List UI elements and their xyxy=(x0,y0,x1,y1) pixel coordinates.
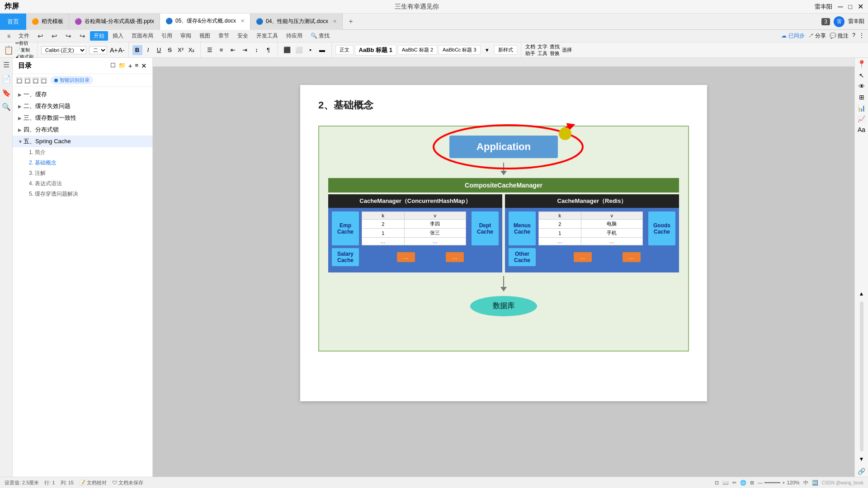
size-increase-btn[interactable]: A+ xyxy=(110,47,118,54)
menu-search[interactable]: 🔍 查找 xyxy=(307,31,333,41)
bold-button[interactable]: B xyxy=(132,45,142,55)
menu-undo2[interactable]: ↩ xyxy=(48,31,61,41)
tab-docx-active[interactable]: 🔵 05、缓存&分布式概.docx ✕ xyxy=(160,14,250,30)
menu-review[interactable]: 审阅 xyxy=(177,31,195,41)
menu-dev[interactable]: 开发工具 xyxy=(253,31,282,41)
tab-perf[interactable]: 🔵 04、性能与压力测试.docx ✕ xyxy=(250,14,343,30)
align-justify-btn[interactable]: ▬ xyxy=(317,45,328,56)
toc-sub-intro[interactable]: 1. 简介 xyxy=(13,147,152,158)
help-btn[interactable]: ? xyxy=(852,32,855,40)
zoom-slider[interactable]: ━━━━━ xyxy=(764,480,780,486)
toc-item-cache[interactable]: ▶ 一、缓存 xyxy=(13,89,152,100)
toc-sub-annotation[interactable]: 3. 注解 xyxy=(13,168,152,178)
font-name-select[interactable]: Calibri (正文) xyxy=(41,46,86,54)
zoom-in-btn[interactable]: + xyxy=(782,480,785,485)
cut-btn[interactable]: ✂剪切 xyxy=(15,40,33,47)
paragraph-mark-btn[interactable]: ¶ xyxy=(263,45,274,56)
right-eye-icon[interactable]: 👁 xyxy=(859,83,865,90)
align-right-btn[interactable]: ▪ xyxy=(305,45,316,56)
toc-sub-penetration[interactable]: 5. 缓存穿透问题解决 xyxy=(13,189,152,199)
indent-increase-btn[interactable]: ⇥ xyxy=(240,45,250,56)
copy-btn[interactable]: 📄复制 xyxy=(15,47,33,53)
tab-home[interactable]: 首页 xyxy=(0,14,26,30)
menu-insert[interactable]: 插入 xyxy=(109,31,127,41)
sort-btn[interactable]: ↕ xyxy=(251,45,262,56)
menu-view[interactable]: 视图 xyxy=(196,31,214,41)
styles-more-btn[interactable]: ▾ xyxy=(482,45,493,56)
right-table-icon[interactable]: 📊 xyxy=(858,104,865,112)
find-replace-btn[interactable]: 查找替换 xyxy=(549,45,560,56)
toc-check1[interactable]: ☐ xyxy=(16,77,23,84)
style-h1[interactable]: AaBb 标题 1 xyxy=(355,45,396,56)
scrollbar-track[interactable] xyxy=(860,301,863,451)
right-chart-icon[interactable]: 📈 xyxy=(858,115,865,122)
zoom-out-btn[interactable]: — xyxy=(758,480,763,485)
list-bullet-btn[interactable]: ☰ xyxy=(204,45,215,56)
italic-button[interactable]: I xyxy=(143,45,153,55)
align-left-btn[interactable]: ⬛ xyxy=(282,45,292,56)
tab-docx-close[interactable]: ✕ xyxy=(241,18,245,24)
subscript-button[interactable]: X₂ xyxy=(187,45,197,55)
menu-start[interactable]: 开始 xyxy=(90,31,108,41)
select-btn[interactable]: 选择 xyxy=(561,45,572,56)
toc-check3[interactable]: ☐ xyxy=(33,77,39,84)
window-maximize[interactable]: □ xyxy=(849,3,852,10)
tab-template[interactable]: 🟠 稻壳模板 xyxy=(26,14,69,30)
tab-add-button[interactable]: ＋ xyxy=(343,17,359,26)
scroll-up-btn[interactable]: ▲ xyxy=(859,291,864,297)
menu-file[interactable]: 文件 xyxy=(15,31,33,41)
menu-ref[interactable]: 引用 xyxy=(158,31,176,41)
view-web-btn[interactable]: 🌐 xyxy=(740,480,746,486)
style-normal[interactable]: 正文 xyxy=(335,45,354,55)
view-outline-btn[interactable]: ⊞ xyxy=(750,480,754,486)
sidebar-close-btn[interactable]: ✕ xyxy=(141,62,147,70)
sync-btn[interactable]: ☁ 已同步 xyxy=(781,32,804,40)
new-style-btn[interactable]: 新样式 xyxy=(494,45,517,55)
tab-pptx[interactable]: 🟣 谷粒商城-分布式高级-图.pptx xyxy=(69,14,160,30)
window-minimize[interactable]: ─ xyxy=(838,3,843,11)
font-size-select[interactable]: 二号 xyxy=(89,46,107,54)
toc-item-invalid[interactable]: ▶ 二、缓存失效问题 xyxy=(13,100,152,112)
underline-button[interactable]: U xyxy=(154,45,164,55)
paste-btn[interactable]: 📋 xyxy=(4,45,14,55)
more-btn[interactable]: ⋮ xyxy=(859,32,864,40)
share-btn[interactable]: ↗ 分享 xyxy=(808,32,826,40)
text-assistant-btn[interactable]: 文档助手 xyxy=(525,45,536,56)
strikethrough-button[interactable]: S xyxy=(165,45,175,55)
menu-redo2[interactable]: ↪ xyxy=(76,31,89,41)
toc-sub-expression[interactable]: 4. 表达式语法 xyxy=(13,178,152,189)
menu-redo1[interactable]: ↪ xyxy=(62,31,75,41)
style-h2[interactable]: AaBbC 标题 2 xyxy=(398,45,437,55)
toc-check4[interactable]: ☐ xyxy=(41,77,47,84)
align-center-btn[interactable]: ⬜ xyxy=(293,45,304,56)
right-format-icon[interactable]: Aa xyxy=(858,126,865,133)
right-pin-icon[interactable]: 📍 xyxy=(857,60,866,68)
nav-pages-icon[interactable]: 📄 xyxy=(2,75,11,83)
menu-hamburger[interactable]: ≡ xyxy=(4,32,14,40)
toc-sub-basic[interactable]: 2. 基础概念 xyxy=(13,158,152,168)
right-grid-icon[interactable]: ⊞ xyxy=(859,94,864,101)
menu-chapter[interactable]: 章节 xyxy=(215,31,233,41)
superscript-button[interactable]: X² xyxy=(176,45,186,55)
toc-ai-button[interactable]: 智能识别目录 xyxy=(51,76,93,84)
view-normal-btn[interactable]: ⊡ xyxy=(715,480,719,486)
list-number-btn[interactable]: ≡ xyxy=(216,45,227,56)
view-edit-btn[interactable]: ✏ xyxy=(732,480,736,486)
toc-item-spring[interactable]: ▼ 五、Spring Cache xyxy=(13,136,152,147)
scroll-down-btn[interactable]: ▼ xyxy=(859,456,864,462)
menu-app[interactable]: 待应用 xyxy=(283,31,306,41)
nav-bookmark-icon[interactable]: 🔖 xyxy=(2,89,11,97)
comment-btn[interactable]: 💬 批注 xyxy=(830,32,849,40)
menu-undo1[interactable]: ↩ xyxy=(34,31,47,41)
toc-check2[interactable]: ☐ xyxy=(24,77,31,84)
right-link-icon[interactable]: 🔗 xyxy=(858,468,865,475)
toc-item-consistency[interactable]: ▶ 三、缓存数据一致性 xyxy=(13,112,152,124)
toc-item-lock[interactable]: ▶ 四、分布式锁 xyxy=(13,124,152,136)
style-h3[interactable]: AaBbCc 标题 3 xyxy=(439,45,481,55)
tab-perf-close[interactable]: ✕ xyxy=(333,19,337,24)
nav-search-icon[interactable]: 🔍 xyxy=(2,103,11,111)
size-decrease-btn[interactable]: A- xyxy=(118,47,125,54)
menu-layout[interactable]: 页面布局 xyxy=(128,31,157,41)
view-reading-btn[interactable]: 📖 xyxy=(722,480,729,486)
text-tool-btn[interactable]: 文字工具 xyxy=(537,45,548,56)
